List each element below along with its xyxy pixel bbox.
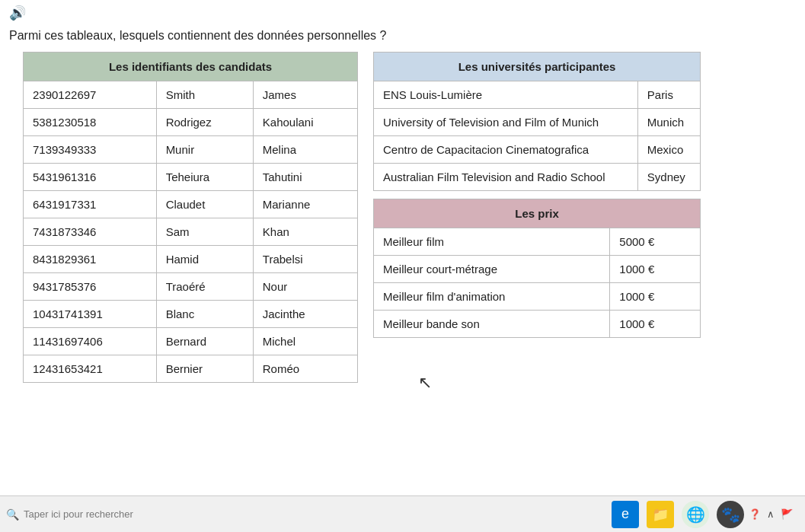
app-icon-1[interactable]: 🌐 (682, 501, 709, 528)
table-cell: Mexico (637, 136, 700, 164)
speaker-icon: 🔊 (9, 5, 26, 21)
universities-table: Les universités participantes ENS Louis-… (373, 52, 701, 191)
app-icon-2[interactable]: 🐾 (717, 501, 744, 528)
table-cell: 12431653421 (24, 355, 157, 383)
prix-table-header: Les prix (374, 199, 701, 228)
table-row: ENS Louis-LumièreParis (374, 81, 701, 109)
table-cell: Hamid (156, 246, 253, 273)
table-row: 9431785376TraoéréNour (24, 273, 358, 301)
table-row: 6431917331ClaudetMarianne (24, 191, 358, 218)
table-cell: 11431697406 (24, 328, 157, 355)
taskbar-search-text: Taper ici pour rechercher (24, 508, 133, 520)
table-cell: Michel (253, 328, 357, 355)
table-row: Australian Film Television and Radio Sch… (374, 164, 701, 191)
table-cell: Bernard (156, 328, 253, 355)
prix-table: Les prix Meilleur film5000 €Meilleur cou… (373, 199, 701, 338)
question-text: Parmi ces tableaux, lesquels contiennent… (0, 26, 805, 52)
table-row: 12431653421BernierRoméo (24, 355, 358, 383)
table-cell: Meilleur bande son (374, 311, 610, 338)
table-cell: Kahoulani (253, 109, 357, 136)
table-row: Meilleur bande son1000 € (374, 311, 701, 338)
table-cell: James (253, 81, 357, 109)
table-cell: Munir (156, 136, 253, 164)
table-row: 11431697406BernardMichel (24, 328, 358, 355)
table-cell: Sam (156, 218, 253, 246)
table-cell: Jacinthe (253, 301, 357, 328)
table-cell: 1000 € (610, 256, 701, 283)
table-row: Meilleur film d'animation1000 € (374, 283, 701, 311)
table-cell: University of Television and Film of Mun… (374, 109, 638, 136)
table-cell: Khan (253, 218, 357, 246)
taskbar-flag: 🚩 (781, 508, 793, 520)
table-cell: 5000 € (610, 228, 701, 256)
table-row: 5431961316TeheiuraTahutini (24, 164, 358, 191)
table-row: University of Television and Film of Mun… (374, 109, 701, 136)
table-cell: Paris (637, 81, 700, 109)
right-tables-wrap: Les universités participantes ENS Louis-… (373, 52, 701, 346)
tables-container: Les identifiants des candidats 239012269… (0, 52, 805, 383)
table-row: 7139349333MunirMelina (24, 136, 358, 164)
taskbar-right: ❓ ∧ 🚩 (749, 508, 799, 520)
table-cell: 1000 € (610, 283, 701, 311)
universities-table-header: Les universités participantes (374, 53, 701, 81)
table-row: 2390122697SmithJames (24, 81, 358, 109)
table-cell: Traoéré (156, 273, 253, 301)
table-cell: 6431917331 (24, 191, 157, 218)
table-cell: 9431785376 (24, 273, 157, 301)
table-cell: Bernier (156, 355, 253, 383)
table-cell: Munich (637, 109, 700, 136)
table-cell: Marianne (253, 191, 357, 218)
taskbar-icons: e 📁 🌐 🐾 (612, 501, 744, 528)
table-cell: Sydney (637, 164, 700, 191)
edge-icon[interactable]: e (612, 501, 639, 528)
left-table-wrap: Les identifiants des candidats 239012269… (23, 52, 358, 383)
table-row: Centro de Capacitacion CinematograficaMe… (374, 136, 701, 164)
table-cell: 7431873346 (24, 218, 157, 246)
table-cell: 1000 € (610, 311, 701, 338)
candidates-table-header: Les identifiants des candidats (24, 53, 358, 81)
folder-icon[interactable]: 📁 (647, 501, 674, 528)
table-cell: Smith (156, 81, 253, 109)
table-cell: Meilleur film (374, 228, 610, 256)
table-row: Meilleur film5000 € (374, 228, 701, 256)
table-cell: Melina (253, 136, 357, 164)
table-cell: Trabelsi (253, 246, 357, 273)
table-cell: Roméo (253, 355, 357, 383)
table-cell: Australian Film Television and Radio Sch… (374, 164, 638, 191)
table-cell: Nour (253, 273, 357, 301)
table-row: 8431829361HamidTrabelsi (24, 246, 358, 273)
table-row: Meilleur court-métrage1000 € (374, 256, 701, 283)
table-cell: Rodrigez (156, 109, 253, 136)
table-cell: Tahutini (253, 164, 357, 191)
table-cell: Meilleur court-métrage (374, 256, 610, 283)
table-cell: Claudet (156, 191, 253, 218)
table-cell: 10431741391 (24, 301, 157, 328)
table-cell: Blanc (156, 301, 253, 328)
taskbar-search-area[interactable]: 🔍 Taper ici pour rechercher (6, 508, 607, 521)
table-cell: 8431829361 (24, 246, 157, 273)
table-cell: 7139349333 (24, 136, 157, 164)
table-row: 10431741391BlancJacinthe (24, 301, 358, 328)
table-cell: Centro de Capacitacion Cinematografica (374, 136, 638, 164)
taskbar: 🔍 Taper ici pour rechercher e 📁 🌐 🐾 ❓ ∧ … (0, 495, 805, 532)
table-cell: 5431961316 (24, 164, 157, 191)
table-cell: ENS Louis-Lumière (374, 81, 638, 109)
taskbar-search-icon: 🔍 (6, 508, 19, 521)
candidates-table: Les identifiants des candidats 239012269… (23, 52, 358, 383)
table-row: 7431873346SamKhan (24, 218, 358, 246)
table-cell: Meilleur film d'animation (374, 283, 610, 311)
taskbar-arrow: ∧ (767, 508, 775, 520)
table-cell: 5381230518 (24, 109, 157, 136)
table-cell: Teheiura (156, 164, 253, 191)
table-cell: 2390122697 (24, 81, 157, 109)
table-row: 5381230518RodrigezKahoulani (24, 109, 358, 136)
help-icon[interactable]: ❓ (749, 508, 761, 520)
